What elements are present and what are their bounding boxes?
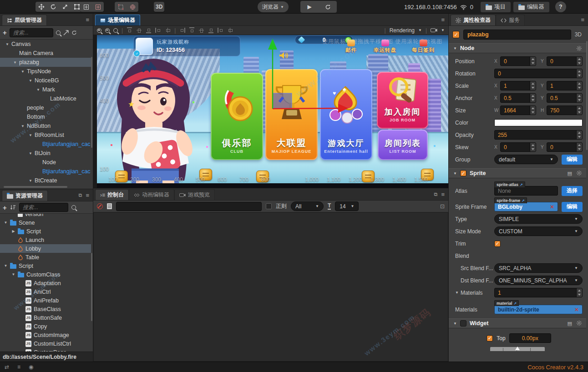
search-icon[interactable] (71, 205, 76, 210)
materials-count-field[interactable]: 1 (494, 288, 583, 297)
align-hcenter-icon[interactable] (165, 27, 171, 33)
hierarchy-node[interactable]: Main Camera (0, 49, 91, 58)
browser-select[interactable]: 浏览器▼ (258, 1, 289, 12)
size-h-field[interactable]: 750 (547, 106, 583, 115)
expand-arrow-icon[interactable]: ▼ (11, 272, 15, 276)
type-select[interactable]: SIMPLE▼ (494, 214, 583, 224)
expand-arrow-icon[interactable]: ▼ (29, 151, 33, 156)
panel-menu-icon[interactable]: ≡ (82, 192, 93, 199)
compile-icon[interactable]: ≡ (17, 364, 20, 370)
expand-arrow-icon[interactable]: ▼ (21, 70, 25, 74)
assets-vscrollbar[interactable] (91, 253, 92, 321)
hierarchy-node[interactable]: people (0, 103, 91, 112)
distribute-vcenter-icon[interactable] (198, 27, 204, 33)
widget-enabled-checkbox[interactable]: ✓ (460, 320, 466, 327)
expand-arrow-icon[interactable]: ▼ (21, 124, 25, 128)
popout-icon[interactable]: ⧉ (434, 191, 438, 197)
rotation-mode-icon[interactable] (92, 2, 104, 12)
skew-y-field[interactable]: 0 (547, 142, 583, 152)
node-active-checkbox[interactable]: ✓ (452, 31, 460, 38)
open-project-button[interactable]: 项目 (481, 2, 511, 12)
help-doc-icon[interactable]: ▤ (568, 321, 572, 327)
panel-menu-icon[interactable]: ≡ (577, 16, 588, 23)
rendering-mode-select[interactable]: Rendering (390, 27, 415, 34)
tab-properties[interactable]: 属性检查器 (451, 15, 496, 25)
locate-icon[interactable] (63, 30, 69, 35)
inspector-vscrollbar[interactable] (586, 41, 588, 150)
hierarchy-node[interactable]: ▼TipsNode (0, 67, 91, 76)
refresh-button[interactable] (319, 2, 337, 12)
move-gizmo[interactable] (93, 35, 448, 188)
hierarchy-node[interactable]: ▼BtJoin (0, 149, 91, 158)
console-output[interactable]: 织梦源码 www.3eym.com (93, 212, 448, 362)
distribute-bottom-icon[interactable] (208, 27, 214, 33)
asset-item[interactable]: ▼Scene (0, 218, 91, 227)
tab-scene-editor[interactable]: 场景编辑器 (95, 15, 140, 25)
node-section-header[interactable]: ▼ Node (449, 43, 586, 53)
hierarchy-tree[interactable]: ▼CanvasMain Camera▼plazabg▼TipsNode▼Noti… (0, 40, 91, 185)
expand-arrow-icon[interactable]: ▼ (13, 60, 18, 65)
asset-item[interactable]: JSCopy (0, 322, 91, 331)
align-top-icon[interactable] (127, 27, 132, 33)
scene-viewport[interactable]: ★ (93, 35, 448, 188)
view-3d-toggle[interactable]: 3D (154, 2, 164, 12)
grid-gizmo-icon[interactable] (127, 2, 138, 12)
edit-group-button[interactable]: 编辑 (562, 155, 583, 165)
distribute-top-icon[interactable] (189, 27, 195, 33)
expand-arrow-icon[interactable]: ▼ (29, 79, 33, 83)
panel-menu-icon[interactable]: ≡ (437, 191, 448, 198)
node-name-input[interactable] (463, 30, 571, 40)
skew-x-field[interactable]: 0 (500, 142, 536, 152)
src-blend-select[interactable]: SRC_ALPHA▼ (494, 263, 583, 273)
position-y-field[interactable]: 0 (547, 56, 583, 66)
regex-checkbox[interactable] (266, 203, 272, 209)
scale-x-field[interactable]: 1 (500, 81, 536, 90)
expand-arrow-icon[interactable]: ▼ (29, 179, 33, 183)
asset-item[interactable]: Launch (0, 236, 91, 244)
hierarchy-hscrollbar[interactable] (4, 186, 67, 188)
expand-arrow-icon[interactable]: ▼ (5, 42, 10, 46)
asset-item[interactable]: JSCustomImage (0, 331, 91, 339)
widget-top-checkbox[interactable]: ✓ (487, 335, 493, 342)
asset-item[interactable]: JSAniCtrl (0, 287, 91, 296)
hierarchy-node[interactable]: LabMotice (0, 94, 91, 103)
align-left-icon[interactable] (155, 27, 161, 33)
hierarchy-search-input[interactable] (10, 28, 53, 37)
widget-alignment-graphic[interactable] (490, 347, 545, 351)
hierarchy-node[interactable]: Btjiarufangjian_cac (0, 167, 91, 176)
anchor-y-field[interactable]: 0.5 (547, 93, 583, 103)
tab-console[interactable]: ›≡ 控制台 (95, 189, 129, 200)
atlas-field[interactable]: None (494, 186, 558, 196)
rect-gizmo-icon[interactable] (115, 2, 127, 12)
log-level-select[interactable]: All▼ (291, 201, 324, 211)
sprite-enabled-checkbox[interactable]: ✓ (460, 170, 466, 176)
asset-item[interactable]: ▶Script (0, 227, 91, 236)
sync-icon[interactable]: ⇄ (5, 364, 9, 370)
opacity-field[interactable]: 255 (494, 130, 583, 140)
expand-arrow-icon[interactable]: ▶ (11, 229, 15, 233)
hierarchy-node[interactable]: ▼Canvas (0, 40, 91, 49)
asset-item[interactable]: ▼Script (0, 261, 91, 270)
expand-arrow-icon[interactable]: ▼ (4, 264, 8, 268)
sprite-frame-field[interactable]: BGLobby✕ (494, 202, 558, 211)
scale-tool-icon[interactable] (59, 2, 71, 12)
sprite-section-header[interactable]: ▼ ✓ Sprite ▤ (449, 168, 586, 178)
asset-item[interactable]: Lobby (0, 244, 91, 253)
font-size-select[interactable]: 14▼ (335, 201, 359, 211)
hierarchy-node[interactable]: ▼plazabg (0, 58, 91, 67)
zoom-out-icon[interactable] (105, 28, 110, 33)
size-w-field[interactable]: 1664 (500, 106, 536, 115)
clear-console-icon[interactable] (97, 203, 103, 209)
tab-services[interactable]: 服务 (496, 15, 525, 25)
help-button[interactable]: ? (555, 1, 566, 12)
help-doc-icon[interactable]: ▤ (568, 171, 572, 176)
chevron-down-icon[interactable]: ▼ (455, 291, 459, 295)
hierarchy-node[interactable]: ▼BtRoomList (0, 131, 91, 140)
trim-checkbox[interactable]: ✓ (494, 241, 501, 247)
hierarchy-node[interactable]: ▼NoticeBG (0, 76, 91, 85)
hierarchy-node[interactable]: ▼BtCreate (0, 176, 91, 185)
panel-menu-icon[interactable]: ≡ (437, 16, 448, 23)
scale-y-field[interactable]: 1 (547, 81, 583, 90)
asset-item[interactable]: JSBaseClass (0, 305, 91, 313)
align-right-icon[interactable] (179, 27, 185, 33)
